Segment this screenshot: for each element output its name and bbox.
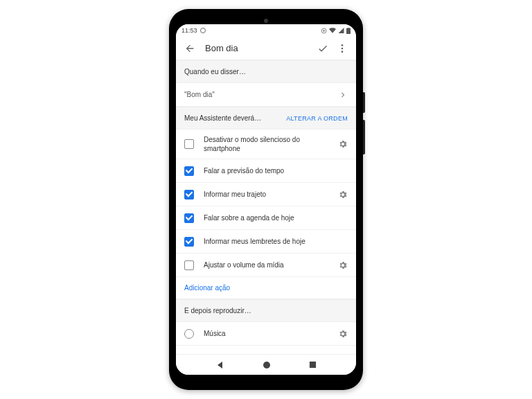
add-action-button[interactable]: Adicionar ação bbox=[176, 277, 356, 299]
app-bar: Bom dia bbox=[176, 37, 356, 60]
circle-home-icon bbox=[263, 361, 271, 369]
action-row[interactable]: Falar sobre a agenda de hoje bbox=[176, 206, 356, 230]
more-vert-icon bbox=[337, 43, 348, 54]
side-button bbox=[363, 92, 365, 113]
battery-icon bbox=[346, 28, 351, 34]
square-recent-icon bbox=[309, 361, 317, 369]
action-row[interactable]: Desativar o modo silencioso do smartphon… bbox=[176, 130, 356, 159]
actions-section-label: Meu Assistente deverá… bbox=[184, 114, 261, 122]
action-label: Informar meu trajeto bbox=[204, 190, 332, 199]
action-label: Falar a previsão do tempo bbox=[204, 166, 348, 175]
action-label: Ajustar o volume da mídia bbox=[204, 260, 332, 269]
nav-back-button[interactable] bbox=[216, 361, 224, 369]
back-button[interactable] bbox=[180, 39, 200, 58]
action-row[interactable]: Informar meus lembretes de hoje bbox=[176, 230, 356, 254]
check-icon bbox=[317, 43, 328, 54]
svg-point-3 bbox=[342, 44, 344, 46]
overflow-button[interactable] bbox=[332, 39, 352, 58]
svg-point-4 bbox=[342, 47, 344, 49]
svg-point-5 bbox=[342, 51, 344, 53]
after-row[interactable]: Música bbox=[176, 322, 356, 346]
svg-rect-1 bbox=[346, 28, 351, 33]
phrase-value: "Bom dia" bbox=[184, 90, 338, 99]
phrase-section-header: Quando eu disser… bbox=[176, 60, 356, 83]
action-label: Desativar o modo silencioso do smartphon… bbox=[204, 135, 332, 153]
checkbox[interactable] bbox=[184, 237, 194, 247]
nav-recent-button[interactable] bbox=[309, 361, 317, 369]
signal-icon bbox=[338, 28, 344, 33]
gear-icon[interactable] bbox=[338, 329, 348, 339]
action-row[interactable]: Ajustar o volume da mídia bbox=[176, 254, 356, 277]
svg-point-6 bbox=[263, 362, 270, 369]
checkbox[interactable] bbox=[184, 213, 194, 223]
reorder-link[interactable]: ALTERAR A ORDEM bbox=[286, 115, 348, 122]
side-button bbox=[363, 120, 365, 154]
arrow-left-icon bbox=[184, 43, 195, 54]
checkbox[interactable] bbox=[184, 139, 194, 149]
svg-rect-2 bbox=[348, 28, 350, 28]
nav-bar bbox=[176, 354, 356, 375]
checkbox[interactable] bbox=[184, 166, 194, 176]
gear-icon[interactable] bbox=[338, 260, 348, 270]
checkbox[interactable] bbox=[184, 260, 194, 270]
action-label: Falar sobre a agenda de hoje bbox=[204, 213, 348, 222]
phrase-row[interactable]: "Bom dia" bbox=[176, 83, 356, 107]
status-bar: 11:53 bbox=[176, 24, 356, 37]
chevron-right-icon bbox=[338, 90, 348, 100]
action-row[interactable]: Falar a previsão do tempo bbox=[176, 159, 356, 183]
data-saver-icon bbox=[321, 28, 327, 34]
after-section-header: E depois reproduzir… bbox=[176, 299, 356, 322]
nav-home-button[interactable] bbox=[263, 361, 271, 369]
phone-frame: 11:53 Bom dia Quando eu disser bbox=[169, 9, 363, 390]
actions-section-header: Meu Assistente deverá… ALTERAR A ORDEM bbox=[176, 107, 356, 130]
confirm-button[interactable] bbox=[313, 39, 332, 58]
location-icon bbox=[200, 28, 206, 33]
content: Quando eu disser… "Bom dia" Meu Assisten… bbox=[176, 60, 356, 354]
radio[interactable] bbox=[184, 329, 194, 339]
triangle-back-icon bbox=[216, 361, 224, 369]
action-row[interactable]: Informar meu trajeto bbox=[176, 183, 356, 206]
gear-icon[interactable] bbox=[338, 139, 348, 149]
wifi-icon bbox=[329, 28, 336, 33]
page-title: Bom dia bbox=[205, 43, 313, 53]
screen: 11:53 Bom dia Quando eu disser bbox=[176, 24, 356, 375]
status-icons bbox=[321, 28, 351, 34]
checkbox[interactable] bbox=[184, 190, 194, 200]
status-time: 11:53 bbox=[181, 27, 197, 34]
svg-rect-7 bbox=[309, 362, 315, 368]
gear-icon[interactable] bbox=[338, 190, 348, 200]
action-label: Informar meus lembretes de hoje bbox=[204, 237, 348, 246]
after-label: Música bbox=[204, 329, 332, 338]
